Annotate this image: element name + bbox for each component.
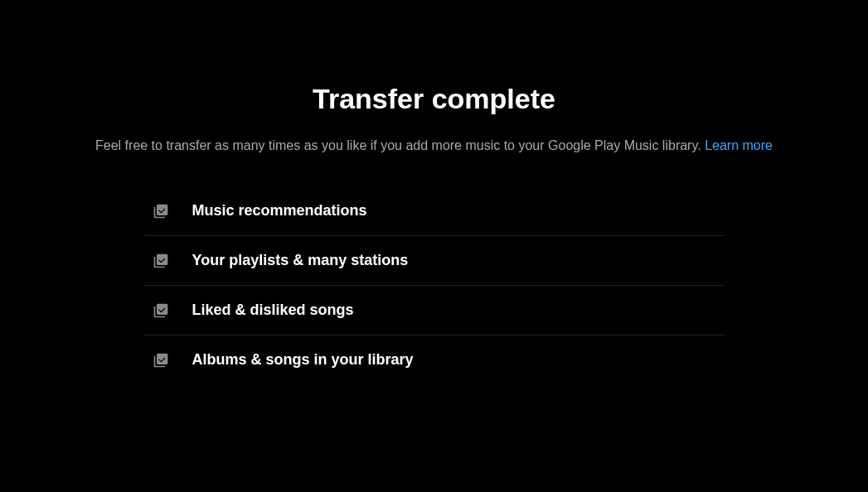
check-stack-icon [153, 302, 169, 319]
subtitle-text: Feel free to transfer as many times as y… [95, 138, 705, 152]
page-title: Transfer complete [313, 83, 555, 115]
subtitle-row: Feel free to transfer as many times as y… [95, 138, 773, 153]
item-label: Liked & disliked songs [192, 301, 354, 319]
list-item: Albums & songs in your library [144, 335, 725, 384]
item-label: Your playlists & many stations [192, 252, 409, 269]
check-stack-icon [153, 253, 169, 269]
list-item: Your playlists & many stations [144, 236, 725, 286]
transfer-complete-panel: Transfer complete Feel free to transfer … [0, 0, 868, 384]
item-label: Music recommendations [192, 202, 367, 219]
transferred-items-list: Music recommendations Your playlists & m… [144, 186, 725, 384]
list-item: Liked & disliked songs [144, 286, 725, 335]
item-label: Albums & songs in your library [192, 351, 414, 369]
check-stack-icon [153, 352, 169, 369]
check-stack-icon [153, 203, 169, 219]
learn-more-link[interactable]: Learn more [705, 138, 773, 152]
list-item: Music recommendations [144, 186, 725, 236]
